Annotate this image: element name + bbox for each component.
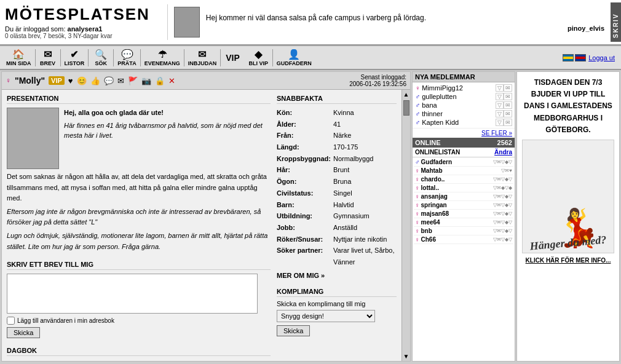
main-area: ♀ "Molly" VIP ♥ 😊 👍 💬 ✉ 🚩 📷 🔒 ✕ Senast i… (0, 70, 621, 363)
letter-section: SKRIV ETT BREV TILL MIG Lägg till använd… (7, 261, 271, 338)
ad-line2: BJUDER VI UPP TILL (531, 90, 605, 98)
online-member-icons: ▽✉▽◆▽ (493, 211, 512, 216)
fact-label: Hår: (277, 164, 333, 176)
nav-min-sida[interactable]: 🏠 MIN SIDA (2, 47, 35, 68)
nav-brev[interactable]: ✉ BREV (36, 47, 60, 68)
online-member-icons: ▽✉▽◆▽ (493, 202, 512, 208)
nya-medl-header: NYA MEDLEMMAR (413, 72, 515, 82)
lock2-icon[interactable]: 🔒 (155, 76, 165, 85)
chat2-icon[interactable]: 💬 (104, 76, 114, 85)
member-gender-icon: ♀ (415, 84, 420, 92)
fact-row: Från:Närke (277, 130, 397, 141)
fact-row: Röker/Snusar:Nyttjar inte nikotin (277, 234, 397, 245)
msg-icon[interactable]: ✉ (117, 76, 124, 85)
nav-bli-vip[interactable]: ◆ BLI VIP (245, 47, 272, 68)
ad-line1: TISDAGEN DEN 7/3 (534, 78, 603, 87)
fact-value: Närke (333, 130, 397, 141)
online-member-icons: ▽✉▽◆▽ (493, 220, 512, 225)
online-row: ♀ mee64 ▽✉▽◆▽ (414, 218, 513, 227)
fact-value: Halvtid (333, 199, 397, 211)
ad-text: TISDAGEN DEN 7/3 BJUDER VI UPP TILL DANS… (522, 77, 614, 136)
mail-icon: ✉ (44, 49, 52, 60)
online-member-name[interactable]: Mahtab (421, 167, 502, 174)
skicka-komplimang-button[interactable]: Skicka (277, 325, 310, 336)
online-member-name[interactable]: majsan68 (421, 210, 494, 217)
fact-label: Längd: (277, 141, 333, 153)
add-address-checkbox[interactable] (7, 317, 15, 325)
letter-textarea[interactable] (7, 274, 258, 314)
members-list: ♀ MimmiPigg12 ▽ ✉ ♂ gulleplutten ▽ ✉ ♂ b… (413, 82, 515, 128)
online-gender-icon: ♂ (415, 159, 420, 165)
presentation-section: PRESENTATION Hej, alla goa och glada där… (7, 95, 271, 252)
left-column: PRESENTATION Hej, alla goa och glada där… (7, 95, 271, 356)
skriv-button[interactable]: SKRIV (611, 2, 621, 42)
online-list-heading: ONLINELISTAN (415, 149, 460, 156)
member-name[interactable]: thinner (420, 110, 496, 117)
online-row: ♀ lottal.. ▽✉◆▽◆ (414, 184, 513, 192)
ad-link[interactable]: KLICK HÄR FÖR MER INFO... (522, 257, 614, 264)
fact-row: Kön:Kvinna (277, 107, 397, 119)
camera2-icon[interactable]: 📷 (141, 76, 151, 85)
member-name[interactable]: Kapten Kidd (420, 119, 496, 126)
nav-inbjudan[interactable]: ✉ INBJUDAN (184, 47, 221, 68)
user-info-prefix: Du är inloggad som: (5, 25, 65, 33)
send-letter-button[interactable]: Skicka (7, 327, 40, 338)
fact-row: Utbildning:Gymnasium (277, 210, 397, 222)
fact-label: Civilstatus: (277, 188, 333, 199)
event-icon: ☂ (158, 49, 167, 60)
smiley-icon[interactable]: 😊 (77, 76, 87, 85)
scroll-down-arrow[interactable]: ▼ (402, 352, 411, 361)
se-fler-link[interactable]: SE FLER » (413, 128, 515, 138)
online-gender-icon: ♀ (415, 176, 420, 183)
online-gender-icon: ♀ (415, 184, 420, 191)
nav-evenemang[interactable]: ☂ EVENEMANG (141, 47, 184, 68)
online-gender-icon: ♀ (415, 228, 420, 234)
header: MÖTESPLATSEN Du är inloggad som: analyse… (0, 0, 621, 46)
online-member-name[interactable]: lottal.. (421, 184, 494, 191)
online-member-name[interactable]: springan (421, 202, 494, 208)
presentation-line1: Hej, alla goa och glada där ute! (64, 108, 271, 118)
add-address-label: Lägg till användaren i min adresbok (17, 317, 114, 324)
online-member-name[interactable]: mee64 (421, 219, 494, 226)
ad-image: 💃 Hänger du med? (522, 140, 614, 253)
mer-om-mig-link[interactable]: MER OM MIG » (277, 272, 397, 279)
member-icon1: ▽ (496, 101, 504, 109)
online-member-name[interactable]: bnb (421, 228, 494, 234)
nav-prata[interactable]: 💬 PRÄTA (114, 47, 140, 68)
header-message: Hej kommer ni väl dansa salsa på cafe ca… (206, 12, 604, 23)
logga-ut-button[interactable]: Logga ut (588, 54, 615, 61)
online-member-name[interactable]: Gudfadern (421, 159, 494, 165)
online-member-name[interactable]: Ch66 (421, 236, 494, 243)
presentation-line3: Det som saknas är någon att hålla av, at… (7, 172, 271, 204)
online-member-name[interactable]: chardo.. (421, 176, 494, 183)
nav-gudfadern[interactable]: 👤 GUDFADERN (273, 47, 315, 68)
profile-scrollbar[interactable]: ▲ ▼ (401, 90, 410, 361)
fact-label: Ålder: (277, 119, 333, 130)
profile-name: "Molly" (15, 76, 45, 85)
andra-link[interactable]: Ändra (494, 149, 512, 156)
member-gender-icon: ♂ (415, 119, 420, 126)
close-icon[interactable]: ✕ (168, 76, 175, 85)
heart-icon[interactable]: ♥ (68, 76, 73, 85)
site-logo[interactable]: MÖTESPLATSEN (5, 5, 150, 24)
online-row: ♀ chardo.. ▽✉▽◆▽ (414, 175, 513, 184)
fact-value: Kvinna (333, 107, 397, 119)
nav-listor[interactable]: ✔ LISTOR (61, 47, 89, 68)
online-member-icons: ▽✉▽◆▽ (493, 194, 512, 199)
member-name[interactable]: bana (420, 101, 496, 109)
fact-value: Bruna (333, 176, 397, 188)
member-row: ♂ thinner ▽ ✉ (415, 109, 512, 118)
nav-sok[interactable]: 🔍 SÖK (89, 47, 113, 68)
fact-value: Nyttjar inte nikotin (333, 234, 397, 245)
member-icon2: ✉ (504, 93, 512, 100)
scroll-thumb[interactable] (403, 100, 409, 116)
flag2-icon[interactable]: 🚩 (128, 76, 138, 85)
online-member-name[interactable]: ansanjag (421, 193, 494, 200)
thumb-icon[interactable]: 👍 (90, 76, 100, 85)
fact-label: Barn: (277, 199, 333, 211)
komplimang-select[interactable]: Snygg design! Bra profil! Fin bild! Intr… (277, 310, 375, 322)
member-name[interactable]: gulleplutten (420, 93, 496, 100)
member-icon2: ✉ (504, 119, 512, 126)
member-name[interactable]: MimmiPigg12 (420, 84, 496, 92)
scroll-up-arrow[interactable]: ▲ (402, 90, 411, 99)
